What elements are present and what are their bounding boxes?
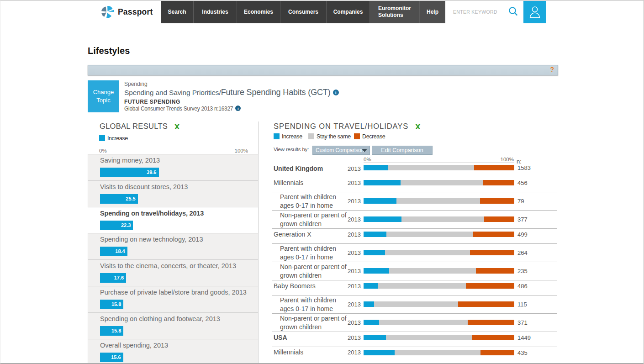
right-legend-increase: Increase	[274, 133, 302, 139]
stacked-bar	[364, 320, 514, 325]
right-chart-row[interactable]: Non-parent or parent of grown children20…	[272, 211, 557, 229]
left-chart-rows: Saving money, 201339.6Visits to discount…	[88, 154, 259, 364]
right-chart-row[interactable]: Baby Boomers2013486	[272, 280, 557, 295]
info-icon[interactable]: i	[333, 90, 339, 95]
user-account-button[interactable]	[523, 0, 546, 23]
right-row-label: Baby Boomers	[274, 282, 348, 290]
increase-bar: 22.3	[100, 221, 133, 230]
increase-bar: 15.6	[100, 353, 123, 362]
edit-comparison-button[interactable]: Edit Comparison	[372, 146, 433, 155]
increase-segment	[364, 232, 386, 237]
stacked-bar	[364, 216, 514, 222]
nav-item-euromonitor-solutions[interactable]: Euromonitor Solutions	[370, 0, 419, 23]
left-chart-row[interactable]: Overall spending, 201315.6	[88, 339, 259, 364]
collapsed-toolbar[interactable]: ?	[88, 65, 558, 75]
right-row-n-value: 1583	[517, 164, 531, 171]
decrease-segment	[466, 283, 514, 289]
left-legend-increase: Increase	[99, 135, 128, 141]
left-row-label: Spending on new technology, 2013	[100, 236, 203, 243]
right-legend-decrease: Decrease	[354, 133, 385, 139]
passport-app-window: Passport Search Industries Economies Con…	[0, 0, 644, 364]
right-chart-close-icon[interactable]: x	[415, 121, 420, 132]
user-icon	[527, 4, 543, 20]
right-row-n-value: 79	[517, 198, 524, 205]
increase-segment	[364, 198, 396, 204]
increase-segment	[364, 301, 374, 307]
search-icon[interactable]	[508, 6, 518, 17]
increase-bar: 18.4	[100, 247, 127, 256]
left-chart-row[interactable]: Visits to the cinema, concerts, or theat…	[88, 259, 259, 286]
right-chart-row[interactable]: Non-parent or parent of grown children20…	[272, 262, 557, 280]
right-chart-row[interactable]: Parent with children ages 0-17 in home20…	[272, 192, 557, 211]
right-row-year: 2013	[348, 249, 359, 256]
right-row-year: 2013	[348, 349, 359, 356]
left-chart-row[interactable]: Visits to discount stores, 201325.5	[88, 180, 259, 207]
passport-logo[interactable]: Passport	[101, 5, 153, 18]
nav-item-search[interactable]: Search	[161, 0, 193, 23]
nav-item-help[interactable]: Help	[419, 0, 445, 23]
nav-item-companies[interactable]: Companies	[326, 0, 370, 23]
left-chart-row[interactable]: Spending on clothing and footwear, 20131…	[88, 312, 259, 339]
increase-segment	[364, 216, 401, 222]
change-topic-line1: Change	[93, 89, 114, 95]
left-row-label: Saving money, 2013	[100, 157, 160, 164]
left-chart-row[interactable]: Spending on travel/holidays, 201322.3	[88, 207, 259, 234]
right-chart-title-text: SPENDING ON TRAVEL/HOLIDAYS	[274, 122, 408, 130]
stacked-bar	[364, 268, 514, 274]
left-chart-row[interactable]: Spending on new technology, 201318.4	[88, 233, 259, 260]
stay-same-segment	[379, 320, 468, 325]
legend-increase-swatch	[99, 135, 105, 141]
right-row-label: Millennials	[274, 179, 348, 187]
stay-same-segment	[386, 335, 472, 340]
stay-same-segment	[386, 232, 473, 237]
left-chart-close-icon[interactable]: x	[174, 121, 179, 132]
right-chart-row[interactable]: Parent with children ages 0-17 in home20…	[272, 295, 557, 314]
increase-segment	[364, 350, 395, 355]
increase-segment	[364, 268, 389, 274]
comparison-dropdown[interactable]: Custom Comparison	[312, 146, 370, 155]
right-row-year: 2013	[348, 216, 359, 223]
legend-same-label: Stay the same	[317, 133, 351, 140]
decrease-segment	[468, 320, 514, 325]
change-topic-button[interactable]: Change Topic	[88, 80, 119, 112]
keyword-search-field[interactable]: ENTER KEYWORD	[445, 1, 523, 22]
right-chart-row[interactable]: Generation X2013499	[272, 229, 557, 244]
right-row-n-value: 264	[517, 249, 528, 256]
stay-same-segment	[396, 198, 480, 204]
solutions-line1: Euromonitor	[378, 5, 411, 11]
main-nav: Search Industries Economies Consumers Co…	[161, 0, 445, 23]
topic-source-text: Global Consumer Trends Survey 2013 n:163…	[124, 106, 233, 112]
nav-item-consumers[interactable]: Consumers	[280, 0, 326, 23]
right-row-year: 2013	[348, 198, 359, 205]
stacked-bar	[364, 198, 514, 204]
right-chart-row[interactable]: Millennials2013456	[272, 177, 557, 192]
topic-source: Global Consumer Trends Survey 2013 n:163…	[124, 106, 241, 112]
right-chart-row[interactable]: Parent with children ages 0-17 in home20…	[272, 244, 557, 262]
right-axis-100: 100%	[493, 157, 514, 162]
nav-item-industries[interactable]: Industries	[193, 0, 237, 23]
left-chart-title-text: GLOBAL RESULTS	[100, 122, 168, 130]
right-chart-row[interactable]: Non-parent or parent of grown children20…	[272, 314, 557, 332]
topic-category: Spending	[124, 81, 148, 87]
stacked-bar	[364, 180, 514, 185]
right-chart-row[interactable]: Millennials2013435	[272, 347, 557, 361]
right-row-label: Non-parent or parent of grown children	[274, 211, 348, 228]
right-chart-row[interactable]: United Kingdom20131583	[272, 163, 557, 177]
right-chart-row[interactable]: USA20131449	[272, 332, 557, 347]
source-info-icon[interactable]: i	[235, 106, 241, 111]
right-row-year: 2013	[348, 165, 359, 172]
solutions-line2: Solutions	[378, 12, 403, 18]
decrease-segment	[474, 165, 514, 170]
left-chart-row[interactable]: Saving money, 201339.6	[88, 154, 259, 181]
nav-item-economies[interactable]: Economies	[237, 0, 280, 23]
left-chart-row[interactable]: Purchase of private label/store brand go…	[88, 286, 259, 313]
topic-path: Spending and Saving Priorities/	[124, 89, 221, 96]
right-row-label: Parent with children ages 0-17 in home	[274, 296, 348, 313]
right-row-year: 2013	[348, 334, 359, 341]
right-row-n-value: 435	[517, 349, 528, 356]
left-axis-100: 100%	[225, 148, 248, 153]
right-chart-title: SPENDING ON TRAVEL/HOLIDAYSx	[274, 121, 420, 132]
help-question-icon[interactable]: ?	[550, 66, 554, 73]
decrease-segment	[476, 268, 514, 274]
decrease-segment	[458, 301, 514, 307]
